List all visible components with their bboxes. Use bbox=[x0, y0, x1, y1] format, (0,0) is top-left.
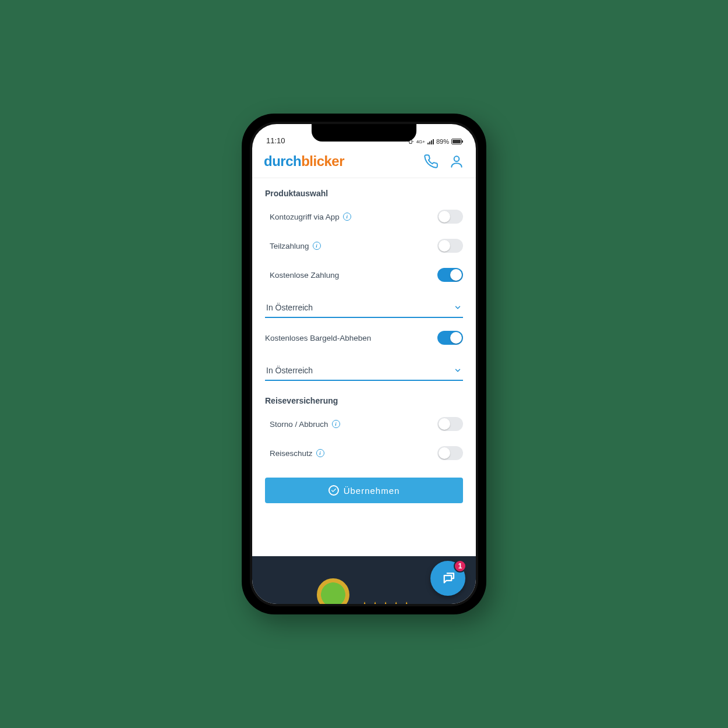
phone-notch bbox=[312, 124, 416, 142]
option-row-teilzahlung: Teilzahlung i bbox=[265, 233, 463, 259]
chevron-down-icon bbox=[454, 366, 462, 374]
brand-logo[interactable]: durchblicker bbox=[264, 153, 344, 169]
app-header: durchblicker bbox=[252, 147, 476, 178]
network-type-label: 4G+ bbox=[416, 139, 425, 144]
section-title-travel: Reiseversicherung bbox=[265, 396, 463, 405]
footer-bar: ★ ★ ★ ★ ★ 1 bbox=[252, 556, 476, 604]
main-content: Produktauswahl Kontozugriff via App i Te… bbox=[252, 178, 476, 556]
toggle-bargeld-abheben[interactable] bbox=[437, 331, 463, 345]
option-label: Kostenlose Zahlung bbox=[270, 271, 339, 280]
dropdown-label: In Österreich bbox=[266, 303, 313, 312]
chat-fab-button[interactable]: 1 bbox=[430, 561, 465, 596]
star-icon: ★ bbox=[370, 599, 380, 604]
star-icon: ★ bbox=[381, 599, 390, 604]
star-icon: ★ bbox=[402, 599, 411, 604]
dropdown-region-1[interactable]: In Österreich bbox=[265, 297, 463, 318]
apply-button[interactable]: Übernehmen bbox=[265, 478, 463, 503]
apply-button-label: Übernehmen bbox=[344, 486, 400, 496]
chat-notification-badge: 1 bbox=[454, 560, 467, 572]
rating-stars: ★ ★ ★ ★ ★ bbox=[360, 599, 411, 604]
star-icon: ★ bbox=[360, 599, 369, 604]
brand-part2: blicker bbox=[301, 153, 344, 169]
option-label: Reiseschutz bbox=[270, 449, 313, 458]
battery-icon bbox=[451, 139, 462, 144]
toggle-reiseschutz[interactable] bbox=[437, 446, 463, 460]
chevron-down-icon bbox=[454, 303, 462, 312]
option-row-storno: Storno / Abbruch i bbox=[265, 411, 463, 437]
dropdown-region-2[interactable]: In Österreich bbox=[265, 360, 463, 381]
phone-call-icon[interactable] bbox=[423, 154, 439, 169]
brand-part1: durch bbox=[264, 153, 301, 169]
info-icon[interactable]: i bbox=[332, 420, 340, 428]
status-time: 11:10 bbox=[266, 136, 285, 145]
user-account-icon[interactable] bbox=[449, 154, 464, 169]
dropdown-label: In Österreich bbox=[266, 366, 313, 375]
award-seal-icon bbox=[317, 578, 349, 604]
option-row-reiseschutz: Reiseschutz i bbox=[265, 440, 463, 466]
option-label: Kontozugriff via App bbox=[270, 213, 340, 221]
battery-percent: 89% bbox=[436, 138, 449, 145]
info-icon[interactable]: i bbox=[313, 242, 321, 250]
toggle-storno[interactable] bbox=[437, 417, 463, 431]
toggle-teilzahlung[interactable] bbox=[437, 239, 463, 253]
option-row-kontozugriff: Kontozugriff via App i bbox=[265, 204, 463, 229]
toggle-kostenlose-zahlung[interactable] bbox=[437, 268, 463, 282]
option-label: Teilzahlung bbox=[270, 242, 309, 250]
section-title-product: Produktauswahl bbox=[265, 189, 463, 198]
option-label: Storno / Abbruch bbox=[270, 420, 328, 429]
svg-point-0 bbox=[454, 156, 460, 161]
info-icon[interactable]: i bbox=[343, 213, 351, 221]
info-icon[interactable]: i bbox=[316, 449, 324, 457]
phone-frame: 11:10 4G+ 89% durchblicker bbox=[242, 114, 486, 614]
check-circle-icon bbox=[328, 485, 339, 496]
toggle-kontozugriff[interactable] bbox=[437, 210, 463, 224]
signal-icon bbox=[427, 139, 434, 144]
option-row-kostenlose-zahlung: Kostenlose Zahlung bbox=[265, 262, 463, 288]
star-icon: ★ bbox=[391, 599, 401, 604]
option-label: Kostenloses Bargeld-Abheben bbox=[265, 334, 371, 342]
option-row-bargeld-abheben: Kostenloses Bargeld-Abheben bbox=[265, 325, 463, 351]
